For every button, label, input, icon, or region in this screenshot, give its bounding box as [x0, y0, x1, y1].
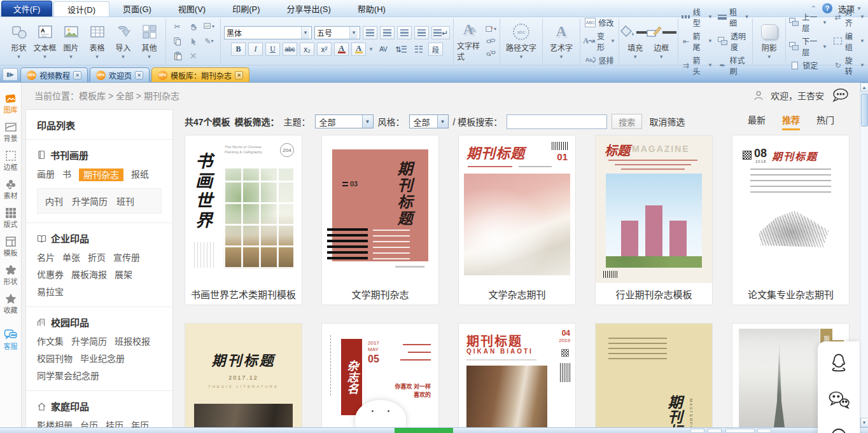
template-card[interactable]: 期刊标题 QIKAN BIAOTI 04 2019 [458, 323, 576, 427]
select-cursor-icon[interactable] [188, 36, 199, 46]
menu-tab-print[interactable]: 印刷(P) [219, 0, 273, 17]
category-link[interactable]: 宣传册 [113, 252, 140, 263]
rail-item-background[interactable]: 背景 [0, 118, 21, 146]
line-type-button[interactable]: 线型▼ [682, 6, 713, 28]
font-size-select[interactable]: 五号▼ [314, 26, 360, 39]
line-spacing-button[interactable]: ⇅ [393, 43, 409, 56]
rail-item-template[interactable]: 模板 [0, 232, 21, 261]
menu-tab-view[interactable]: 视图(V) [165, 0, 219, 17]
subcategory-link[interactable]: 升学简历 [72, 195, 108, 207]
transform-text-button[interactable]: A↝变形▼ [584, 31, 615, 52]
italic-button[interactable]: I [248, 43, 263, 56]
import-button[interactable]: 导入▼ [110, 18, 136, 64]
text-direction-button[interactable]: ↵ [431, 26, 450, 39]
link-icon[interactable] [486, 36, 496, 46]
path-text-button[interactable]: abc 路径文字▼ [503, 18, 539, 64]
category-link-active[interactable]: 期刊杂志 [79, 168, 123, 181]
lock-button[interactable]: 锁定 [789, 60, 827, 71]
text-style-button[interactable]: A✎ 文字样式 [457, 18, 483, 64]
align-left-button[interactable] [363, 26, 377, 39]
template-card[interactable]: 杂志名 2017MAY 05 你喜欢 对一样 喜欢的 [321, 323, 439, 427]
scroll-up-icon[interactable]: ▲ [860, 83, 868, 92]
border-button[interactable]: 边框▼ [648, 18, 675, 64]
doc-tab-video-tutorial[interactable]: DPS 视频教程 ✕ [20, 67, 88, 82]
category-link[interactable]: 折页 [88, 252, 106, 263]
menu-tab-design[interactable]: 设计(D) [53, 1, 109, 17]
columns-button[interactable] [411, 43, 426, 56]
category-link[interactable]: 同学聚会纪念册 [37, 370, 99, 381]
align-justify-button[interactable] [414, 26, 429, 39]
template-card[interactable]: The World of Chinese Painting & Calligra… [185, 135, 302, 305]
headset-icon[interactable] [827, 425, 850, 433]
font-color-button[interactable]: A [334, 43, 349, 56]
paragraph-button[interactable]: 段 [428, 43, 443, 56]
template-card[interactable]: 期刊标题 2017.12 THESIS LITERATURE [185, 323, 302, 427]
rail-item-customer-service[interactable]: 客服 [0, 326, 21, 354]
search-button[interactable]: 搜索 [612, 114, 642, 129]
sort-recommended[interactable]: 推荐 [782, 113, 800, 130]
dropdown-arrow-icon[interactable]: ▼ [368, 46, 374, 52]
style-brush-button[interactable]: ✒样式刷 [718, 55, 749, 76]
align-objects-button[interactable]: ⇄对齐▼ [834, 6, 865, 28]
theme-select[interactable]: 全部▼ [315, 114, 374, 128]
wechat-icon[interactable] [827, 390, 850, 410]
sort-newest[interactable]: 最新 [748, 113, 766, 130]
font-family-select[interactable]: 黑体▼ [224, 26, 312, 39]
qq-icon[interactable] [828, 352, 850, 375]
rail-item-gallery[interactable]: 图库 [0, 89, 21, 118]
shadow-button[interactable]: 阴影▼ [756, 18, 782, 64]
category-link[interactable]: 名片 [37, 252, 55, 263]
menu-tab-page[interactable]: 页面(G) [109, 0, 165, 17]
page-nav-button[interactable] [708, 429, 722, 433]
category-link[interactable]: 单张 [62, 252, 80, 263]
style-select[interactable]: 全部▼ [409, 114, 449, 128]
category-link[interactable]: 年历 [131, 420, 149, 427]
template-card[interactable]: 期刊标题 01 文学杂志期刊 [458, 135, 576, 305]
menu-tab-help[interactable]: 帮助(H) [344, 0, 399, 17]
image-paste-icon[interactable]: ▾ [204, 22, 214, 31]
modify-text-button[interactable]: ABC修改 [585, 17, 613, 28]
message-bubble-icon[interactable] [830, 88, 850, 103]
category-link[interactable]: 影楼相册 [37, 420, 73, 427]
arrow-tail-button[interactable]: ⇤箭尾▼ [682, 31, 713, 52]
category-link[interactable]: 展架 [115, 269, 132, 280]
scrollbar-thumb[interactable] [861, 93, 868, 127]
rotate-button[interactable]: ↻旋转▼ [834, 55, 865, 76]
bold-button[interactable]: B [231, 43, 246, 56]
delete-icon[interactable]: ✕ [188, 51, 199, 60]
align-right-button[interactable] [397, 26, 412, 39]
subcategory-link[interactable]: 班刊 [116, 195, 134, 207]
template-card[interactable]: 期刊标题 MASTERPIECES [595, 323, 713, 427]
subscript-button[interactable]: x₂ [300, 43, 314, 56]
insert-shape-button[interactable]: 形状▼ [6, 18, 32, 64]
hand-tool-icon[interactable] [188, 22, 199, 31]
image-frame-icon[interactable]: ▾ [486, 24, 496, 34]
template-card[interactable]: 标题 MAGAZINE 行业期刊杂志模板 [595, 135, 713, 305]
cancel-filter-button[interactable]: 取消筛选 [649, 115, 685, 128]
thickness-button[interactable]: 粗细▼ [718, 6, 749, 28]
align-center-button[interactable] [380, 26, 395, 39]
opacity-button[interactable]: 透明度 [718, 31, 749, 52]
cut-icon[interactable]: ✂ [172, 22, 183, 31]
highlight-color-button[interactable]: A [351, 43, 366, 56]
template-card[interactable]: 期刊标题 03 文学期刊杂志 [321, 135, 439, 305]
underline-button[interactable]: U [265, 43, 280, 56]
rail-item-favorite[interactable]: 收藏 [0, 289, 21, 318]
insert-image-button[interactable]: 图片▼ [58, 18, 84, 64]
char-spacing-button[interactable]: AV [376, 43, 391, 56]
menu-tab-share-export[interactable]: 分享导出(S) [274, 0, 344, 17]
subcategory-link[interactable]: 内刊 [45, 195, 63, 207]
doc-tab-template-library[interactable]: DPS 模板库：期刊杂志 ✕ [151, 67, 249, 82]
bring-forward-button[interactable]: 上一层▼ [789, 11, 827, 33]
group-button[interactable]: 编组▼ [834, 31, 865, 52]
category-link[interactable]: 挂历 [106, 420, 123, 427]
category-link[interactable]: 易拉宝 [37, 286, 64, 298]
category-link[interactable]: 画册 [37, 168, 55, 181]
category-link[interactable]: 作文集 [37, 336, 64, 347]
page-number-input[interactable] [725, 429, 755, 433]
word-art-button[interactable]: A 艺术字▼ [546, 18, 577, 64]
category-link[interactable]: 书 [62, 168, 71, 181]
fill-button[interactable]: 填充▼ [622, 18, 648, 64]
template-search-input[interactable] [507, 114, 607, 129]
category-link[interactable]: 毕业纪念册 [80, 353, 125, 364]
